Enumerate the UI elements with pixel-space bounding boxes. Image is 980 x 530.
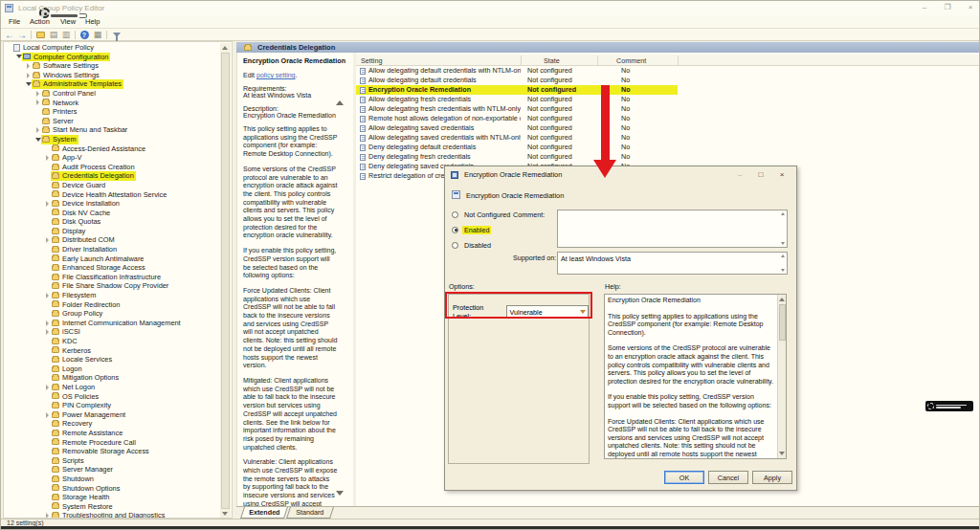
radio-button-icon[interactable] — [452, 211, 458, 218]
tree-item[interactable]: Shutdown Options — [4, 484, 220, 494]
tree-item[interactable]: OS Policies — [4, 392, 220, 402]
tab-standard[interactable]: Standard — [286, 507, 334, 519]
tree-item[interactable]: File Classification Infrastructure — [4, 273, 220, 282]
chevron-collapsed-icon[interactable] — [34, 99, 41, 105]
scroll-up-icon[interactable] — [781, 254, 785, 257]
tree-item[interactable]: iSCSI — [4, 327, 220, 337]
chevron-expanded-icon[interactable] — [25, 82, 32, 86]
tree-item[interactable]: Control Panel — [4, 89, 220, 99]
tree-item[interactable]: Kerberos — [4, 346, 220, 356]
tree-item[interactable]: Troubleshooting and Diagnostics — [4, 511, 220, 519]
scroll-down-icon[interactable] — [779, 452, 785, 455]
tree-item[interactable]: Local Computer Policy — [4, 43, 220, 53]
cancel-button[interactable]: Cancel — [708, 471, 748, 484]
tree-item[interactable]: PIN Complexity — [4, 401, 220, 410]
tree-item[interactable]: Audit Process Creation — [4, 163, 220, 172]
tree-item[interactable]: Scripts — [4, 456, 220, 466]
table-row[interactable]: Allow delegating default credentials wit… — [356, 66, 979, 76]
radio-disabled[interactable]: Disabled — [452, 240, 512, 250]
chevron-collapsed-icon[interactable] — [44, 385, 51, 390]
tree-item[interactable]: Internet Communication Management — [4, 319, 220, 328]
tree-item[interactable]: Device Guard — [4, 181, 220, 190]
table-row[interactable]: Deny delegating fresh credentialsNot con… — [356, 152, 979, 162]
scroll-thumb[interactable] — [779, 304, 786, 341]
tree-item[interactable]: Start Menu and Taskbar — [4, 125, 220, 135]
close-icon[interactable]: × — [966, 3, 975, 11]
scroll-up-icon[interactable] — [779, 298, 785, 301]
chevron-collapsed-icon[interactable] — [44, 293, 51, 298]
tree-item[interactable]: Computer Configuration — [4, 53, 220, 62]
scroll-up-icon[interactable] — [781, 212, 785, 215]
tree-item[interactable]: Filesystem — [4, 291, 220, 300]
chevron-collapsed-icon[interactable] — [44, 201, 51, 207]
comment-textbox[interactable] — [557, 210, 788, 248]
minimize-icon[interactable]: – — [920, 3, 929, 11]
chevron-collapsed-icon[interactable] — [44, 412, 51, 418]
tree-item[interactable]: System — [4, 135, 220, 144]
up-level-icon[interactable] — [34, 30, 46, 40]
tree-item[interactable]: Windows Settings — [4, 71, 220, 80]
tree-item[interactable]: Printers — [4, 107, 220, 117]
tree-item[interactable]: Removable Storage Access — [4, 447, 220, 456]
menu-file[interactable]: File — [9, 17, 20, 26]
back-icon[interactable]: ← — [4, 30, 15, 40]
tree-item[interactable]: Access-Denied Assistance — [4, 144, 220, 154]
tree-item[interactable]: KDC — [4, 337, 220, 346]
table-row[interactable]: Encryption Oracle RemediationNot configu… — [356, 85, 979, 95]
tree-item[interactable]: Distributed COM — [4, 235, 220, 245]
tree-item[interactable]: Power Management — [4, 410, 220, 420]
ok-button[interactable]: OK — [664, 471, 704, 484]
table-row[interactable]: Allow delegating fresh credentialsNot co… — [356, 95, 979, 104]
column-comment[interactable]: Comment — [616, 56, 646, 65]
table-row[interactable]: Remote host allows delegation of non-exp… — [356, 114, 979, 123]
tree-item[interactable]: Software Settings — [4, 61, 220, 71]
table-row[interactable]: Deny delegating default credentialsNot c… — [356, 143, 979, 152]
tree-item[interactable]: Remote Procedure Call — [4, 438, 220, 448]
tree-item[interactable]: File Share Shadow Copy Provider — [4, 281, 220, 291]
help-box[interactable]: Encryption Oracle RemediationThis policy… — [604, 294, 787, 459]
tree-item[interactable]: Display — [4, 227, 220, 236]
radio-button-icon[interactable] — [452, 227, 458, 233]
tree-item[interactable]: Administrative Templates — [4, 79, 220, 89]
radio-button-icon[interactable] — [452, 242, 458, 249]
tree-item[interactable]: Driver Installation — [4, 245, 220, 254]
chevron-collapsed-icon[interactable] — [44, 320, 51, 326]
help-scrollbar[interactable] — [777, 295, 786, 458]
desc-scroll-up-icon[interactable] — [336, 84, 344, 101]
tree-item[interactable]: Group Policy — [4, 309, 220, 319]
tree-item[interactable]: System Restore — [4, 502, 220, 512]
tree-item[interactable]: Device Health Attestation Service — [4, 190, 220, 200]
table-row[interactable]: Allow delegating fresh credentials with … — [356, 104, 979, 114]
chevron-collapsed-icon[interactable] — [25, 63, 32, 69]
apply-button[interactable]: Apply — [752, 471, 792, 484]
scroll-down-icon[interactable] — [781, 242, 785, 245]
scroll-down-icon[interactable] — [781, 269, 785, 272]
tree-item[interactable]: Disk NV Cache — [4, 209, 220, 218]
chevron-expanded-icon[interactable] — [15, 55, 22, 58]
forward-icon[interactable]: → — [16, 30, 28, 40]
help-icon[interactable]: ? — [78, 30, 90, 40]
restore-icon[interactable]: ❐ — [943, 3, 952, 11]
tree-item[interactable]: App-V — [4, 153, 220, 163]
tab-extended[interactable]: Extended — [240, 507, 288, 519]
table-row[interactable]: Allow delegating default credentialsNot … — [356, 76, 979, 85]
tree-item[interactable]: Storage Health — [4, 493, 220, 502]
chevron-expanded-icon[interactable] — [34, 138, 41, 142]
supported-on-textbox[interactable]: At least Windows Vista — [557, 252, 788, 275]
table-row[interactable]: Allow delegating saved credentialsNot co… — [356, 123, 979, 133]
chevron-collapsed-icon[interactable] — [34, 127, 41, 133]
chevron-collapsed-icon[interactable] — [44, 237, 51, 243]
tree-item[interactable]: Mitigation Options — [4, 373, 220, 383]
dialog-maximize-icon[interactable]: □ — [750, 167, 771, 181]
tree-item[interactable]: Shutdown — [4, 475, 220, 484]
tree-item[interactable]: Device Installation — [4, 199, 220, 209]
filter-icon[interactable] — [111, 30, 122, 40]
chevron-collapsed-icon[interactable] — [25, 73, 32, 78]
console-tree-icon[interactable]: ▤ — [48, 30, 59, 40]
dialog-close-icon[interactable]: × — [771, 167, 792, 181]
radio-not-configured[interactable]: Not Configured — [452, 210, 512, 219]
chevron-collapsed-icon[interactable] — [44, 329, 51, 335]
chevron-collapsed-icon[interactable] — [44, 155, 51, 161]
tree-scrollbar[interactable] — [220, 43, 231, 519]
policy-setting-link[interactable]: policy setting — [256, 72, 295, 78]
